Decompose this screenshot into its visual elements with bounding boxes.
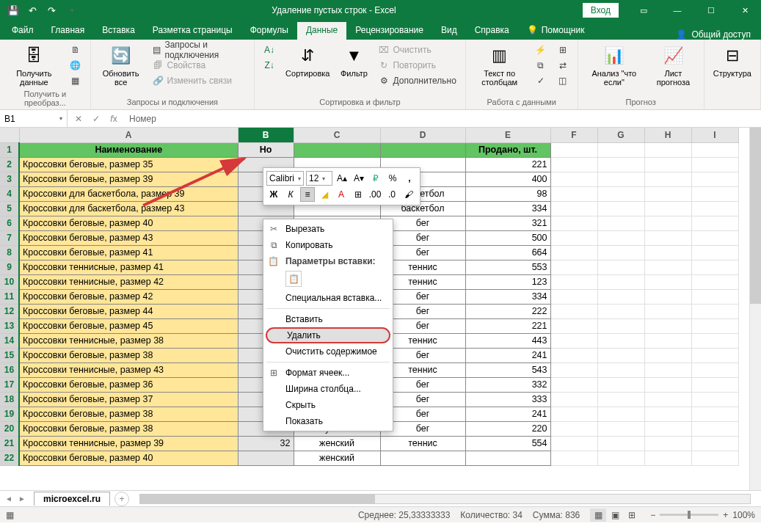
fill-color-icon[interactable]: ◢ (317, 187, 332, 202)
row-header[interactable]: 16 (0, 362, 19, 377)
vertical-scrollbar[interactable] (749, 128, 761, 490)
cell[interactable]: 321 (465, 216, 550, 230)
row-header[interactable]: 1 (0, 142, 19, 157)
cell[interactable]: Кроссовки беговые, размер 44 (19, 304, 238, 318)
font-size-select[interactable]: 12▾ (306, 171, 332, 186)
cell[interactable]: 332 (465, 377, 550, 392)
from-text-button[interactable]: 🗎 (67, 43, 84, 57)
cell[interactable]: 334 (465, 201, 550, 216)
col-header[interactable]: D (380, 128, 465, 142)
flash-fill-button[interactable]: ⚡ (532, 43, 550, 57)
zoom-out-icon[interactable]: − (650, 510, 655, 520)
sheet-nav-next[interactable]: ► (16, 493, 28, 505)
enter-icon[interactable]: ✓ (88, 112, 104, 126)
tab-file[interactable]: Файл (3, 22, 43, 40)
cell[interactable]: женский (294, 451, 380, 465)
fx-icon[interactable]: fx (106, 112, 122, 126)
cell[interactable]: Кроссовки беговые, размер 43 (19, 230, 238, 245)
cell[interactable]: Кроссовки беговые, размер 41 (19, 245, 238, 260)
row-header[interactable]: 4 (0, 186, 19, 201)
font-select[interactable]: Calibri▾ (266, 171, 304, 186)
cell[interactable]: Кроссовки беговые, размер 40 (19, 216, 238, 230)
qat-customize-icon[interactable]: ▾ (63, 1, 81, 19)
scroll-thumb[interactable] (140, 495, 375, 503)
forecast-button[interactable]: 📈Лист прогноза (649, 43, 698, 88)
minimize-icon[interactable]: — (661, 0, 693, 21)
cell[interactable]: Кроссовки беговые, размер 35 (19, 157, 238, 172)
col-header[interactable]: E (465, 128, 550, 142)
cell[interactable]: Кроссовки беговые, размер 40 (19, 451, 238, 465)
tab-review[interactable]: Рецензирование (346, 22, 432, 40)
row-header[interactable]: 13 (0, 318, 19, 333)
share-button[interactable]: 👤Общий доступ (666, 29, 761, 40)
cell[interactable]: 553 (465, 260, 550, 274)
cell[interactable]: 554 (465, 436, 550, 451)
sheet-tab[interactable]: microexcel.ru (34, 492, 110, 506)
accounting-icon[interactable]: ₽ (368, 171, 383, 186)
cell[interactable]: Кроссовки для баскетбола, размер 39 (19, 186, 238, 201)
comma-icon[interactable]: , (402, 171, 417, 186)
format-painter-icon[interactable]: 🖌 (401, 187, 416, 202)
tab-formulas[interactable]: Формулы (241, 22, 297, 40)
cell[interactable]: Кроссовки теннисные, размер 39 (19, 436, 238, 451)
paste-option-button[interactable]: 📋 (285, 271, 302, 287)
col-header[interactable]: A (19, 128, 238, 142)
percent-icon[interactable]: % (385, 171, 400, 186)
get-data-button[interactable]: 🗄Получить данные (6, 43, 62, 88)
tab-view[interactable]: Вид (432, 22, 466, 40)
queries-button[interactable]: ▤Запросы и подключения (149, 43, 248, 57)
from-table-button[interactable]: ▦ (67, 73, 84, 88)
ctx-show[interactable]: Показать (263, 413, 393, 429)
cell[interactable]: Кроссовки теннисные, размер 41 (19, 260, 238, 274)
zoom-slider[interactable] (660, 514, 718, 516)
align-icon[interactable]: ≡ (300, 187, 315, 202)
tell-me[interactable]: 💡Помощник (518, 22, 594, 40)
cell[interactable]: 221 (465, 157, 550, 172)
cell[interactable]: женский (294, 436, 380, 451)
cell[interactable]: 123 (465, 274, 550, 289)
cell[interactable]: теннис (380, 436, 465, 451)
cell[interactable]: 543 (465, 362, 550, 377)
ctx-col-width[interactable]: Ширина столбца... (263, 381, 393, 397)
relationships-button[interactable]: ⇄ (554, 58, 572, 73)
cell[interactable]: Кроссовки беговые, размер 42 (19, 289, 238, 304)
chevron-down-icon[interactable]: ▾ (59, 115, 62, 122)
namebox-input[interactable] (4, 114, 48, 124)
ctx-cut[interactable]: ✂Вырезать (263, 221, 393, 237)
row-header[interactable]: 5 (0, 201, 19, 216)
cell[interactable] (294, 142, 380, 157)
row-header[interactable]: 12 (0, 304, 19, 318)
cell[interactable]: 333 (465, 392, 550, 407)
cell[interactable]: 221 (465, 318, 550, 333)
undo-icon[interactable]: ↶ (23, 1, 41, 19)
horizontal-scrollbar[interactable] (139, 494, 751, 504)
cell[interactable]: Кроссовки для баскетбола, размер 43 (19, 201, 238, 216)
cancel-icon[interactable]: ✕ (70, 112, 87, 126)
zoom-control[interactable]: − + 100% (650, 510, 755, 520)
shrink-font-icon[interactable]: A▾ (352, 171, 366, 186)
cell[interactable] (465, 451, 550, 465)
cell[interactable]: Кроссовки теннисные, размер 38 (19, 333, 238, 348)
whatif-button[interactable]: 📊Анализ "что если" (584, 43, 645, 88)
scroll-thumb[interactable] (750, 128, 761, 304)
row-header[interactable]: 20 (0, 421, 19, 436)
outline-button[interactable]: ⊟Структура (710, 43, 754, 79)
maximize-icon[interactable]: ☐ (695, 0, 727, 21)
col-header[interactable]: B (238, 128, 294, 142)
cell[interactable]: Кроссовки беговые, размер 37 (19, 392, 238, 407)
ctx-delete[interactable]: Удалить (266, 327, 390, 343)
select-all[interactable] (0, 128, 19, 142)
tab-layout[interactable]: Разметка страницы (144, 22, 241, 40)
advanced-filter-button[interactable]: ⚙Дополнительно (375, 73, 459, 88)
ctx-format-cells[interactable]: ⊞Формат ячеек... (263, 365, 393, 381)
cell[interactable] (380, 142, 465, 157)
col-header[interactable]: C (294, 128, 380, 142)
tab-insert[interactable]: Вставка (93, 22, 144, 40)
col-header[interactable]: F (550, 128, 597, 142)
cell[interactable] (238, 451, 294, 465)
cell[interactable]: 222 (465, 304, 550, 318)
italic-icon[interactable]: К (283, 187, 298, 202)
cell[interactable]: 334 (465, 289, 550, 304)
cell[interactable]: Наименование (19, 142, 238, 157)
filter-button[interactable]: ▼Фильтр (337, 43, 371, 79)
